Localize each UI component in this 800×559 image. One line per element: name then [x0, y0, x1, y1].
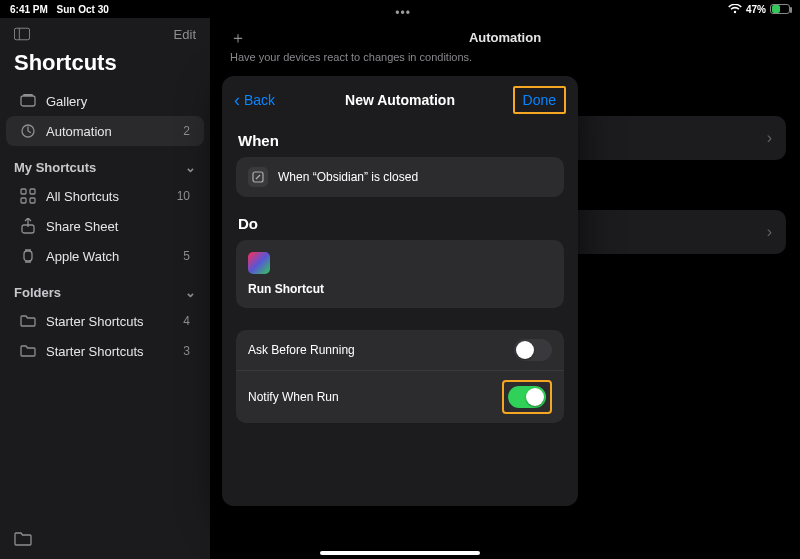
setting-label: Notify When Run — [248, 390, 339, 404]
page-title: Automation — [210, 30, 800, 45]
status-date: Sun Oct 30 — [57, 4, 109, 15]
sidebar-item-count: 3 — [183, 344, 190, 358]
do-header: Do — [238, 215, 564, 232]
sidebar-toggle-icon[interactable] — [14, 26, 30, 42]
sidebar-item-automation[interactable]: Automation 2 — [6, 116, 204, 146]
svg-rect-3 — [23, 94, 33, 96]
svg-rect-2 — [21, 96, 35, 106]
edit-button[interactable]: Edit — [174, 27, 196, 42]
back-label: Back — [244, 92, 275, 108]
sidebar-item-count: 5 — [183, 249, 190, 263]
svg-rect-5 — [21, 189, 26, 194]
highlight-box — [502, 380, 552, 414]
chevron-left-icon: ‹ — [234, 91, 240, 109]
new-automation-modal: ‹ Back New Automation Done When When “Ob… — [222, 76, 578, 506]
home-indicator[interactable] — [320, 551, 480, 555]
sidebar-item-label: Starter Shortcuts — [46, 314, 144, 329]
shortcuts-app-icon — [248, 252, 270, 274]
setting-label: Ask Before Running — [248, 343, 355, 357]
status-time: 6:41 PM — [10, 4, 48, 15]
svg-rect-10 — [24, 251, 32, 261]
sidebar-item-label: Starter Shortcuts — [46, 344, 144, 359]
sidebar-item-count: 2 — [183, 124, 190, 138]
battery-icon — [770, 4, 790, 14]
sidebar-folder[interactable]: Starter Shortcuts 4 — [6, 306, 204, 336]
svg-rect-0 — [14, 28, 29, 40]
sidebar-item-count: 4 — [183, 314, 190, 328]
chevron-right-icon: › — [767, 129, 772, 147]
share-icon — [20, 218, 36, 234]
ask-before-running-toggle[interactable] — [514, 339, 552, 361]
sidebar-item-apple-watch[interactable]: Apple Watch 5 — [6, 241, 204, 271]
sidebar-folder[interactable]: Starter Shortcuts 3 — [6, 336, 204, 366]
page-subtitle: Have your devices react to changes in co… — [210, 47, 800, 63]
done-button[interactable]: Done — [513, 86, 566, 114]
sidebar-title: Shortcuts — [0, 46, 210, 86]
when-condition-text: When “Obsidian” is closed — [278, 170, 418, 184]
gallery-icon — [20, 93, 36, 109]
grid-icon — [20, 188, 36, 204]
settings-group: Ask Before Running Notify When Run — [236, 330, 564, 423]
new-folder-button[interactable] — [14, 531, 34, 547]
svg-rect-7 — [21, 198, 26, 203]
chevron-right-icon: › — [767, 223, 772, 241]
notify-when-run-row: Notify When Run — [236, 370, 564, 423]
section-header-folders[interactable]: Folders ⌄ — [0, 271, 210, 306]
do-action-label: Run Shortcut — [248, 282, 552, 296]
svg-rect-8 — [30, 198, 35, 203]
sidebar-item-label: Apple Watch — [46, 249, 119, 264]
folder-icon — [20, 313, 36, 329]
chevron-down-icon: ⌄ — [185, 160, 196, 175]
app-close-icon — [248, 167, 268, 187]
sidebar-item-label: Gallery — [46, 94, 87, 109]
folder-icon — [20, 343, 36, 359]
chevron-down-icon: ⌄ — [185, 285, 196, 300]
ask-before-running-row: Ask Before Running — [236, 330, 564, 370]
automation-icon — [20, 123, 36, 139]
section-header-my-shortcuts[interactable]: My Shortcuts ⌄ — [0, 146, 210, 181]
sidebar-item-label: Share Sheet — [46, 219, 118, 234]
sidebar-item-all-shortcuts[interactable]: All Shortcuts 10 — [6, 181, 204, 211]
when-header: When — [238, 132, 564, 149]
sidebar-item-share-sheet[interactable]: Share Sheet — [6, 211, 204, 241]
back-button[interactable]: ‹ Back — [234, 91, 275, 109]
watch-icon — [20, 248, 36, 264]
svg-rect-6 — [30, 189, 35, 194]
sidebar-item-label: Automation — [46, 124, 112, 139]
battery-percent: 47% — [746, 4, 766, 15]
sidebar-item-gallery[interactable]: Gallery — [6, 86, 204, 116]
do-action-card[interactable]: Run Shortcut — [236, 240, 564, 308]
sidebar: Edit Shortcuts Gallery Automation 2 My S… — [0, 18, 210, 559]
when-condition-row[interactable]: When “Obsidian” is closed — [236, 157, 564, 197]
sidebar-item-count: 10 — [177, 189, 190, 203]
wifi-icon — [728, 4, 742, 14]
notify-when-run-toggle[interactable] — [508, 386, 546, 408]
sidebar-item-label: All Shortcuts — [46, 189, 119, 204]
add-button[interactable]: ＋ — [230, 28, 246, 49]
